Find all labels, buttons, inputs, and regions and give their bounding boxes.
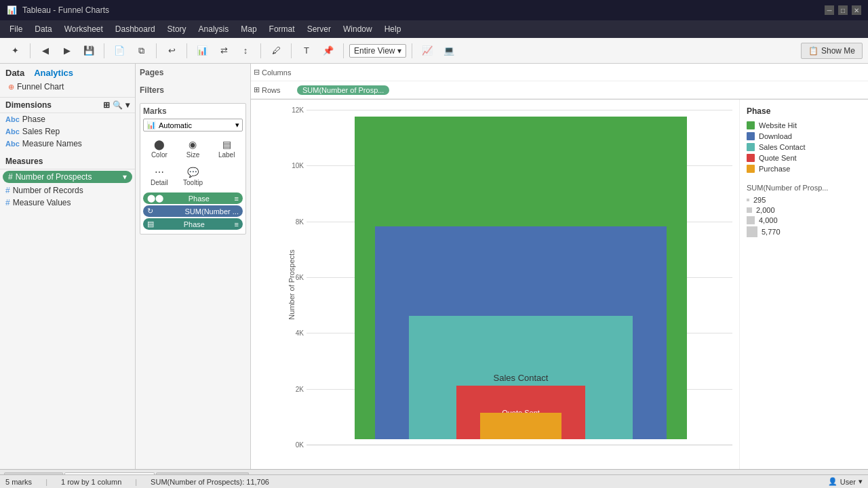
- pill-phase-label-sort: ≡: [235, 220, 239, 228]
- toolbar-new-sheet[interactable]: 📄: [110, 41, 129, 60]
- marks-detail-btn[interactable]: ⋯ Detail: [143, 163, 176, 190]
- legend-label-purchase: Purchase: [759, 165, 790, 173]
- dimensions-search-icon[interactable]: 🔍: [113, 100, 123, 110]
- datasource-item[interactable]: ⊕ Funnel Chart: [5, 81, 130, 93]
- dim-measure-names[interactable]: Abc Measure Names: [0, 138, 135, 150]
- show-me-button[interactable]: 📋 Show Me: [801, 43, 863, 59]
- titlebar: 📊 Tableau - Funnel Charts ─ □ ✕: [0, 0, 868, 20]
- menu-map[interactable]: Map: [235, 22, 262, 36]
- toolbar-sep-4: [186, 43, 187, 58]
- marks-type-label: Automatic: [159, 121, 192, 129]
- line-0k: [307, 445, 732, 445]
- toolbar-save[interactable]: 💾: [79, 41, 98, 60]
- user-dropdown[interactable]: 👤 User ▾: [828, 477, 863, 486]
- hash-icon-values: #: [5, 198, 10, 207]
- toolbar-device[interactable]: 💻: [439, 41, 458, 60]
- analytics-tab[interactable]: Analytics: [34, 68, 73, 78]
- marks-pill-phase-label[interactable]: ▤ Phase ≡: [143, 218, 243, 230]
- abc-icon-sales-rep: Abc: [5, 127, 20, 136]
- size-label: Size: [186, 151, 199, 159]
- marks-pill-sum[interactable]: ↻ SUM(Number ...: [143, 205, 243, 217]
- data-tab[interactable]: Data: [5, 68, 24, 78]
- filters-label: Filters: [140, 85, 246, 95]
- view-fit-dropdown[interactable]: Entire View ▾: [349, 44, 406, 58]
- legend-color-sales-contact: [747, 143, 755, 151]
- minimize-btn[interactable]: ─: [825, 5, 834, 15]
- toolbar-pin[interactable]: 📌: [319, 41, 338, 60]
- pill-phase-color-label: Phase: [189, 195, 210, 203]
- status-sep-2: |: [135, 478, 137, 486]
- toolbar-chart-type[interactable]: 📊: [193, 41, 212, 60]
- toolbar-forward[interactable]: ▶: [58, 41, 77, 60]
- toolbar-text[interactable]: T: [297, 41, 316, 60]
- toolbar-sep-6: [291, 43, 292, 58]
- measures-list: # Number of Prospects ▾ # Number of Reco…: [0, 169, 135, 209]
- marks-pill-phase-color[interactable]: ⬤⬤ Phase ≡: [143, 192, 243, 204]
- legend-purchase[interactable]: Purchase: [747, 165, 861, 173]
- menu-window[interactable]: Window: [338, 22, 378, 36]
- pages-label: Pages: [140, 68, 246, 77]
- toolbar-sep-8: [412, 43, 412, 58]
- menu-format[interactable]: Format: [264, 22, 300, 36]
- rows-shelf: ⊞ Rows SUM(Number of Prosp...: [251, 81, 868, 99]
- toolbar-back[interactable]: ◀: [36, 41, 55, 60]
- toolbar-chart-icon[interactable]: 📈: [418, 41, 437, 60]
- dim-phase[interactable]: Abc Phase: [0, 113, 135, 125]
- tick-10k: 10K: [285, 162, 304, 169]
- dimensions-grid-icon[interactable]: ⊞: [103, 100, 110, 110]
- toolbar-home[interactable]: ✦: [5, 41, 24, 60]
- legend-label-sales-contact: Sales Contact: [759, 143, 805, 151]
- toolbar: ✦ ◀ ▶ 💾 📄 ⧉ ↩ 📊 ⇄ ↕ 🖊 T 📌 Entire View ▾ …: [0, 38, 868, 64]
- toolbar-highlight[interactable]: 🖊: [267, 41, 285, 60]
- maximize-btn[interactable]: □: [838, 5, 848, 15]
- menu-file[interactable]: File: [4, 22, 28, 36]
- legend-panel: Phase Website Hit Download Sales Contact…: [739, 100, 868, 469]
- rows-shelf-pill[interactable]: SUM(Number of Prosp...: [297, 85, 389, 95]
- size-label-4000: 4,000: [759, 216, 778, 224]
- measure-records[interactable]: # Number of Records: [0, 184, 135, 197]
- menu-analysis[interactable]: Analysis: [193, 22, 235, 36]
- legend-size-5770: 5,770: [747, 226, 861, 237]
- status-bar: 5 marks | 1 row by 1 column | SUM(Number…: [0, 474, 868, 488]
- menu-server[interactable]: Server: [302, 22, 336, 36]
- measure-values[interactable]: # Measure Values: [0, 197, 135, 209]
- toolbar-undo[interactable]: ↩: [162, 41, 181, 60]
- menu-story[interactable]: Story: [162, 22, 192, 36]
- user-arrow: ▾: [859, 477, 863, 486]
- detail-icon: ⋯: [155, 167, 164, 178]
- dimensions-label: Dimensions: [5, 100, 52, 110]
- legend-color-download: [747, 132, 755, 140]
- rows-shelf-label: ⊞ Rows: [254, 85, 294, 94]
- marks-tooltip-btn[interactable]: 💬 Tooltip: [177, 163, 210, 190]
- legend-website-hit[interactable]: Website Hit: [747, 121, 861, 129]
- dim-sales-rep[interactable]: Abc Sales Rep: [0, 125, 135, 138]
- legend-download[interactable]: Download: [747, 132, 861, 140]
- abc-icon-measure-names: Abc: [5, 140, 20, 148]
- marks-label-btn[interactable]: ▤ Label: [210, 136, 243, 162]
- measure-prospects[interactable]: # Number of Prospects ▾: [3, 171, 132, 183]
- marks-type-dropdown[interactable]: 📊 Automatic ▾: [143, 119, 243, 131]
- toolbar-sep-5: [260, 43, 261, 58]
- dimensions-expand-icon[interactable]: ▾: [125, 100, 130, 110]
- menu-dashboard[interactable]: Dashboard: [110, 22, 161, 36]
- menu-worksheet[interactable]: Worksheet: [59, 22, 108, 36]
- toolbar-sort[interactable]: ↕: [236, 41, 255, 60]
- marks-size-btn[interactable]: ◉ Size: [177, 136, 210, 162]
- bar-purchase[interactable]: [480, 413, 561, 439]
- menu-data[interactable]: Data: [29, 22, 57, 36]
- user-label: User: [840, 478, 856, 486]
- toolbar-swap[interactable]: ⇄: [214, 41, 233, 60]
- menu-help[interactable]: Help: [379, 22, 407, 36]
- legend-quote-sent[interactable]: Quote Sent: [747, 154, 861, 162]
- marks-color-btn[interactable]: ⬤ Color: [143, 136, 176, 162]
- size-label-2000: 2,000: [756, 206, 775, 214]
- marks-type-arrow: ▾: [235, 121, 239, 129]
- chart-legend-area: Number of Prospects 12K 10K: [251, 100, 868, 469]
- dimensions-list: Abc Phase Abc Sales Rep Abc Measure Name…: [0, 113, 135, 150]
- close-btn[interactable]: ✕: [852, 5, 861, 15]
- datasource-icon: ⊕: [8, 83, 14, 92]
- toolbar-duplicate[interactable]: ⧉: [132, 41, 151, 60]
- status-sep-1: |: [45, 478, 47, 486]
- view-fit-label: Entire View: [354, 46, 395, 56]
- legend-sales-contact[interactable]: Sales Contact: [747, 143, 861, 151]
